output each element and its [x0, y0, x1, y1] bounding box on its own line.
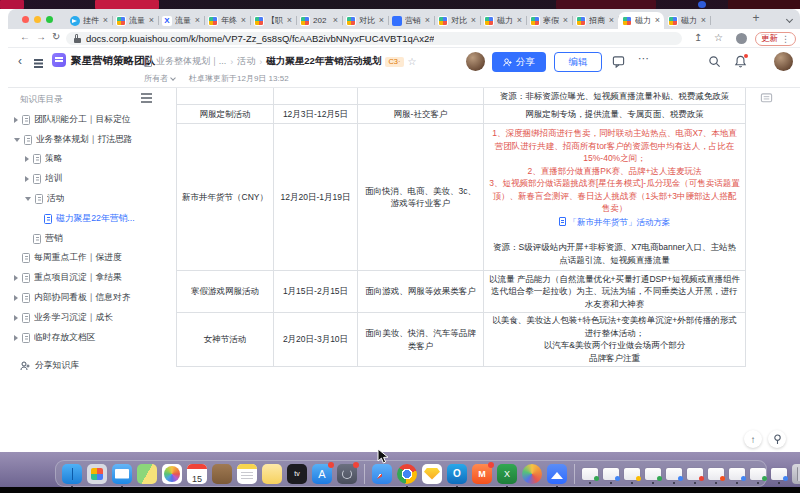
close-tab-icon[interactable]: [425, 16, 430, 25]
owner-filter[interactable]: 所有者: [144, 73, 175, 84]
minimize-window-icon[interactable]: [34, 16, 41, 23]
activity-name-cell[interactable]: 女神节活动: [177, 313, 274, 367]
browser-tab[interactable]: 寒假: [526, 12, 572, 29]
browser-tab[interactable]: 挂件: [66, 12, 112, 29]
breadcrumb-root[interactable]: 业务整体规划｜...: [156, 55, 226, 68]
minimized-window-thumbnail[interactable]: [666, 468, 682, 480]
activity-name-cell[interactable]: 网服定制活动: [177, 105, 274, 124]
expand-arrow-icon[interactable]: [25, 156, 29, 162]
locate-position-button[interactable]: [768, 430, 786, 448]
close-tab-icon[interactable]: [563, 16, 568, 25]
close-tab-icon[interactable]: [471, 16, 476, 25]
close-tab-icon[interactable]: [333, 16, 338, 25]
dock-calendar-icon[interactable]: 15: [187, 464, 207, 484]
close-tab-icon[interactable]: [517, 16, 522, 25]
comment-icon[interactable]: [612, 55, 625, 68]
dock-books-icon[interactable]: [212, 464, 232, 484]
dates-cell[interactable]: 1月15日-2月15日: [274, 271, 358, 313]
dock-excel-icon[interactable]: [497, 464, 517, 484]
back-icon[interactable]: [20, 31, 30, 42]
dock-pages-icon[interactable]: [262, 464, 282, 484]
dock-docs-app-icon[interactable]: [547, 464, 567, 484]
audience-cell[interactable]: 面向游戏、网服等效果类客户: [358, 271, 484, 313]
dock-office-hub-icon[interactable]: [472, 464, 492, 484]
sidebar-item[interactable]: 团队职能分工｜目标定位: [8, 110, 140, 130]
dock-privacy-icon[interactable]: [337, 464, 357, 484]
browser-tab[interactable]: 年终: [204, 12, 250, 29]
activity-name-cell[interactable]: 新市井年货节（CNY）: [177, 124, 274, 271]
zoom-window-icon[interactable]: [46, 16, 53, 23]
sidebar-item[interactable]: 内部协同看板｜信息对齐: [8, 288, 140, 308]
browser-tab[interactable]: 流量: [158, 12, 204, 29]
search-icon[interactable]: [708, 55, 721, 68]
table-cell[interactable]: [358, 88, 484, 105]
share-knowledge-base[interactable]: 分享知识库: [20, 360, 79, 372]
dock-appstore-icon[interactable]: [312, 464, 332, 484]
minimized-window-thumbnail[interactable]: [624, 468, 640, 480]
browser-tab[interactable]: 营销: [388, 12, 434, 29]
doc-label-badge[interactable]: C3·: [385, 57, 403, 67]
audience-cell[interactable]: 面向快消、电商、美妆、3c、游戏等行业客户: [358, 124, 484, 271]
expand-arrow-icon[interactable]: [14, 295, 18, 301]
share-button[interactable]: 分享: [492, 52, 546, 72]
browser-menu-icon[interactable]: [781, 34, 790, 44]
dock-finder-icon[interactable]: [62, 464, 82, 484]
browser-tab[interactable]: 【职: [250, 12, 296, 29]
chrome-update-button[interactable]: 更新: [755, 32, 796, 46]
expand-arrow-icon[interactable]: [14, 315, 18, 321]
browser-tab[interactable]: 202: [296, 12, 342, 29]
browser-tab[interactable]: 磁力: [664, 12, 710, 29]
table-cell[interactable]: [274, 88, 358, 105]
user-avatar[interactable]: [774, 52, 793, 71]
minimized-window-thumbnail[interactable]: [582, 468, 598, 480]
dates-cell[interactable]: 12月3日-12月5日: [274, 105, 358, 124]
description-cell[interactable]: 网服定制专场，提供流量、专属页面、税费政策: [484, 105, 746, 124]
audience-cell[interactable]: 面向美妆、快消、汽车等品牌类客户: [358, 313, 484, 367]
close-tab-icon[interactable]: [701, 16, 706, 25]
minimized-window-thumbnail[interactable]: [729, 468, 745, 480]
favorite-star-icon[interactable]: [408, 56, 417, 67]
dates-cell[interactable]: 12月20日-1月19日: [274, 124, 358, 271]
more-actions-icon[interactable]: [638, 52, 649, 65]
bookmark-star-icon[interactable]: [714, 32, 723, 43]
dock-trash-icon[interactable]: [792, 464, 800, 484]
close-tab-icon[interactable]: [287, 16, 292, 25]
breadcrumb-section[interactable]: 活动: [237, 55, 255, 68]
expand-arrow-icon[interactable]: [14, 335, 18, 341]
tab-search-chevron-icon[interactable]: [786, 16, 793, 23]
dock-chrome-icon[interactable]: [397, 464, 417, 484]
sidebar-item[interactable]: 临时存放文档区: [8, 328, 140, 348]
close-tab-icon[interactable]: [241, 16, 246, 25]
description-cell[interactable]: 以美食、美妆达人包装+特色玩法+变美榜单沉淀+外部传播的形式进行整体活动； 以汽…: [484, 313, 746, 367]
sidebar-item[interactable]: 营销: [8, 229, 140, 249]
window-controls[interactable]: [22, 16, 53, 23]
browser-tab[interactable]: 对比: [342, 12, 388, 29]
table-cell[interactable]: 资源：非标资源位曝光、短视频直播流量补贴、税费减免政策: [484, 88, 746, 105]
dock-appletv-icon[interactable]: [287, 464, 307, 484]
description-cell[interactable]: 以流量 产品能力（自然流量优化+买量打通DSP+短视频或直播组件迭代组合拳一起拉…: [484, 271, 746, 313]
expand-arrow-icon[interactable]: [14, 138, 20, 142]
expand-arrow-icon[interactable]: [25, 176, 29, 182]
dock-outlook-icon[interactable]: [447, 464, 467, 484]
description-cell[interactable]: 1、深度捆绑招商进行售卖，同时联动主站热点、电商X7、本地直营团队进行共建、招商…: [484, 124, 746, 271]
table-cell[interactable]: [177, 88, 274, 105]
browser-tab[interactable]: 对比: [434, 12, 480, 29]
expand-arrow-icon[interactable]: [14, 275, 18, 281]
minimized-window-thumbnail[interactable]: [708, 468, 724, 480]
browser-tab[interactable]: 磁力: [618, 12, 664, 29]
dock-safari-icon[interactable]: [372, 464, 392, 484]
dock-sketch-icon[interactable]: [422, 464, 442, 484]
edit-button[interactable]: 编辑: [554, 52, 602, 72]
activity-name-cell[interactable]: 寒假游戏网服活动: [177, 271, 274, 313]
sidebar-item[interactable]: 策略: [8, 150, 140, 170]
browser-profile-avatar[interactable]: [736, 33, 747, 44]
close-tab-icon[interactable]: [103, 16, 108, 25]
dock-photos-icon[interactable]: [162, 464, 182, 484]
sidebar-item[interactable]: 培训: [8, 169, 140, 189]
close-tab-icon[interactable]: [195, 16, 200, 25]
team-name[interactable]: 聚星营销策略团队: [71, 54, 155, 68]
back-chevron-icon[interactable]: [18, 54, 22, 68]
share-page-icon[interactable]: [694, 32, 702, 43]
block-drag-handle-icon[interactable]: [141, 93, 152, 95]
dock-mail-icon[interactable]: [112, 464, 132, 484]
